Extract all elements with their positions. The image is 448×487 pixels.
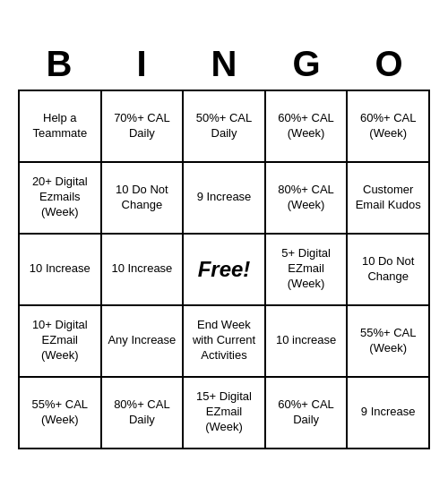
header-letter: G [265,38,348,90]
bingo-cell: 15+ Digital EZmail (Week) [184,378,266,449]
header-letter: B [18,38,100,90]
bingo-cell: 55%+ CAL (Week) [20,378,102,449]
bingo-cell: Free! [184,235,266,306]
bingo-cell: 60%+ CAL (Week) [348,91,430,163]
bingo-cell: 10+ Digital EZmail (Week) [20,306,102,378]
bingo-cell: 10 Do Not Change [102,163,185,235]
bingo-cell: 10 Increase [20,235,102,306]
bingo-cell: 50%+ CAL Daily [184,91,266,163]
bingo-card: BINGO Help a Teammate70%+ CAL Daily50%+ … [18,38,430,449]
bingo-header: BINGO [18,38,430,90]
bingo-cell: 9 Increase [184,163,266,235]
header-letter: N [183,38,265,90]
bingo-cell: 9 Increase [348,378,430,449]
bingo-cell: Customer Email Kudos [348,163,430,235]
bingo-cell: 60%+ CAL Daily [266,378,349,449]
bingo-cell: 20+ Digital Ezmails (Week) [20,163,102,235]
bingo-cell: 10 increase [266,306,349,378]
bingo-cell: 80%+ CAL (Week) [266,163,349,235]
bingo-cell: 10 Do Not Change [348,235,430,306]
bingo-cell: Any Increase [102,306,185,378]
bingo-cell: 10 Increase [102,235,185,306]
bingo-cell: 80%+ CAL Daily [102,378,185,449]
header-letter: I [100,38,183,90]
bingo-cell: 60%+ CAL (Week) [266,91,349,163]
header-letter: O [348,38,430,90]
bingo-cell: 70%+ CAL Daily [102,91,185,163]
bingo-cell: End Week with Current Activities [184,306,266,378]
bingo-cell: 55%+ CAL (Week) [348,306,430,378]
bingo-cell: Help a Teammate [20,91,102,163]
bingo-cell: 5+ Digital EZmail (Week) [266,235,349,306]
bingo-grid: Help a Teammate70%+ CAL Daily50%+ CAL Da… [18,90,430,449]
